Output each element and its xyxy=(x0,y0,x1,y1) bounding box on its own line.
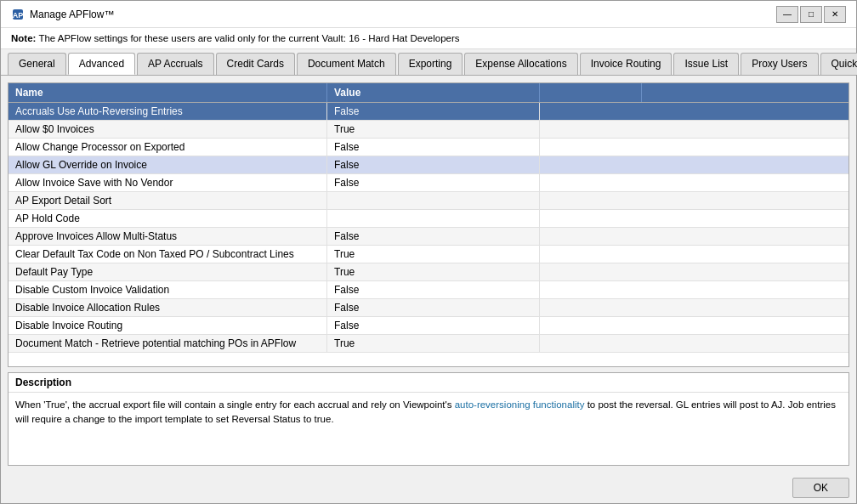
column-value-header: Value xyxy=(327,83,540,102)
table-body: Accruals Use Auto-Reversing EntriesFalse… xyxy=(9,103,848,366)
row-extra-12 xyxy=(540,317,848,334)
title-bar-left: AP Manage APFlow™ xyxy=(11,8,114,21)
footer: OK xyxy=(1,473,856,503)
row-value-13: True xyxy=(327,335,540,352)
tab-ap-accruals[interactable]: AP Accruals xyxy=(137,53,213,75)
tab-credit-cards[interactable]: Credit Cards xyxy=(216,53,295,75)
row-extra-1 xyxy=(540,121,848,138)
tab-quick-notes[interactable]: Quick Notes xyxy=(820,53,858,75)
tab-document-match[interactable]: Document Match xyxy=(297,53,396,75)
row-extra-10 xyxy=(540,281,848,298)
tab-exporting[interactable]: Exporting xyxy=(398,53,463,75)
row-value-11: False xyxy=(327,299,540,316)
row-extra-7 xyxy=(540,228,848,245)
table-row[interactable]: Allow Change Processor on ExportedFalse xyxy=(9,139,848,156)
row-extra-11 xyxy=(540,299,848,316)
table-header: Name Value xyxy=(9,83,848,103)
row-extra-3 xyxy=(540,156,848,173)
row-name-4: Allow Invoice Save with No Vendor xyxy=(9,174,327,191)
table-row[interactable]: Disable Invoice Allocation RulesFalse xyxy=(9,299,848,317)
row-name-7: Approve Invoices Allow Multi-Status xyxy=(9,228,327,245)
row-extra-5 xyxy=(540,192,848,209)
row-extra-0 xyxy=(540,103,848,120)
row-name-3: Allow GL Override on Invoice xyxy=(9,156,327,173)
row-name-6: AP Hold Code xyxy=(9,210,327,227)
row-value-2: False xyxy=(327,139,540,156)
table-row[interactable]: AP Hold Code xyxy=(9,210,848,228)
content-area: Name Value Accruals Use Auto-Reversing E… xyxy=(1,76,856,473)
table-row[interactable]: Approve Invoices Allow Multi-StatusFalse xyxy=(9,228,848,246)
ok-button[interactable]: OK xyxy=(792,478,849,498)
note-label: Note: xyxy=(11,33,36,43)
row-name-12: Disable Invoice Routing xyxy=(9,317,327,334)
app-icon: AP xyxy=(11,8,25,21)
row-value-10: False xyxy=(327,281,540,298)
minimize-button[interactable]: — xyxy=(776,6,798,23)
tabs-container: GeneralAdvancedAP AccrualsCredit CardsDo… xyxy=(1,49,856,76)
row-extra-6 xyxy=(540,210,848,227)
table-row[interactable]: AP Export Detail Sort xyxy=(9,192,848,210)
tab-general[interactable]: General xyxy=(8,53,66,75)
row-value-1: True xyxy=(327,121,540,138)
table-row[interactable]: Clear Default Tax Code on Non Taxed PO /… xyxy=(9,246,848,263)
column-extra2-header xyxy=(642,83,848,102)
table-row[interactable]: Allow GL Override on InvoiceFalse xyxy=(9,156,848,174)
tab-issue-list[interactable]: Issue List xyxy=(673,53,739,75)
note-bar: Note: The APFlow settings for these user… xyxy=(1,28,856,49)
svg-text:AP: AP xyxy=(13,11,24,20)
title-bar: AP Manage APFlow™ — □ ✕ xyxy=(1,1,856,28)
row-extra-9 xyxy=(540,263,848,280)
row-name-0: Accruals Use Auto-Reversing Entries xyxy=(9,103,327,120)
row-name-10: Disable Custom Invoice Validation xyxy=(9,281,327,298)
row-extra-13 xyxy=(540,335,848,352)
note-text: The APFlow settings for these users are … xyxy=(38,33,459,43)
row-value-8: True xyxy=(327,246,540,263)
row-name-11: Disable Invoice Allocation Rules xyxy=(9,299,327,316)
description-container: Description When 'True', the accrual exp… xyxy=(8,372,849,466)
maximize-button[interactable]: □ xyxy=(800,6,822,23)
table-row[interactable]: Disable Custom Invoice ValidationFalse xyxy=(9,281,848,299)
row-name-2: Allow Change Processor on Exported xyxy=(9,139,327,156)
row-value-4: False xyxy=(327,174,540,191)
tab-invoice-routing[interactable]: Invoice Routing xyxy=(580,53,673,75)
row-value-9: True xyxy=(327,263,540,280)
title-bar-controls: — □ ✕ xyxy=(776,6,846,23)
table-row[interactable]: Accruals Use Auto-Reversing EntriesFalse xyxy=(9,103,848,121)
row-name-5: AP Export Detail Sort xyxy=(9,192,327,209)
close-button[interactable]: ✕ xyxy=(824,6,846,23)
settings-table: Name Value Accruals Use Auto-Reversing E… xyxy=(8,82,849,367)
auto-reversioning-link: auto-reversioning functionality xyxy=(455,399,585,410)
tab-proxy-users[interactable]: Proxy Users xyxy=(741,53,818,75)
table-row[interactable]: Document Match - Retrieve potential matc… xyxy=(9,335,848,353)
table-row[interactable]: Default Pay TypeTrue xyxy=(9,263,848,281)
column-name-header: Name xyxy=(9,83,327,102)
row-value-6 xyxy=(327,210,540,227)
row-value-0: False xyxy=(327,103,540,120)
row-value-12: False xyxy=(327,317,540,334)
row-name-9: Default Pay Type xyxy=(9,263,327,280)
table-row[interactable]: Allow $0 InvoicesTrue xyxy=(9,121,848,139)
row-value-3: False xyxy=(327,156,540,173)
row-name-13: Document Match - Retrieve potential matc… xyxy=(9,335,327,352)
tab-advanced[interactable]: Advanced xyxy=(68,53,135,75)
title-text: Manage APFlow™ xyxy=(30,8,114,20)
table-body-wrap: Accruals Use Auto-Reversing EntriesFalse… xyxy=(9,103,848,366)
column-extra1-header xyxy=(540,83,642,102)
description-text: When 'True', the accrual export file wil… xyxy=(9,393,848,433)
table-row[interactable]: Disable Invoice RoutingFalse xyxy=(9,317,848,335)
row-extra-8 xyxy=(540,246,848,263)
row-value-5 xyxy=(327,192,540,209)
table-row[interactable]: Allow Invoice Save with No VendorFalse xyxy=(9,174,848,192)
row-value-7: False xyxy=(327,228,540,245)
row-name-8: Clear Default Tax Code on Non Taxed PO /… xyxy=(9,246,327,263)
main-window: AP Manage APFlow™ — □ ✕ Note: The APFlow… xyxy=(0,0,857,504)
tab-expense-allocations[interactable]: Expense Allocations xyxy=(464,53,577,75)
row-extra-4 xyxy=(540,174,848,191)
row-extra-2 xyxy=(540,139,848,156)
row-name-1: Allow $0 Invoices xyxy=(9,121,327,138)
description-label: Description xyxy=(9,373,848,393)
